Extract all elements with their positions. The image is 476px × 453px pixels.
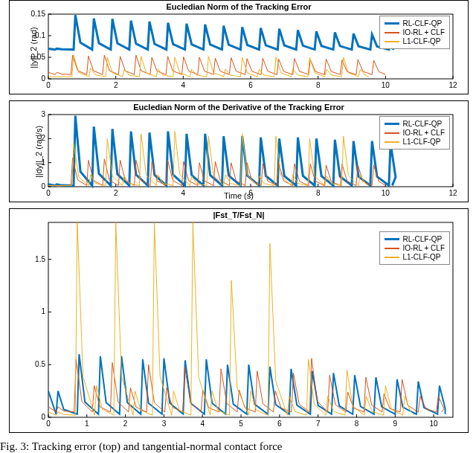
svg-text:0.15: 0.15 [31, 10, 46, 18]
swatch-icon [385, 32, 399, 33]
legend-item: RL-CLF-QP [385, 120, 445, 128]
svg-text:10: 10 [430, 420, 439, 428]
legend-item: L1-CLF-QP [385, 138, 445, 146]
legend-label: RL-CLF-QP [402, 235, 442, 243]
legend-label: RL-CLF-QP [402, 19, 442, 28]
swatch-icon [385, 123, 399, 125]
svg-text:0.05: 0.05 [31, 53, 46, 61]
y-axis-label: ||dy||_2 (rad/s) [34, 125, 43, 177]
chart-title: |Fst_T/Fst_N| [10, 211, 468, 219]
svg-text:2: 2 [114, 81, 118, 89]
svg-text:2: 2 [41, 134, 45, 142]
swatch-icon [385, 41, 399, 42]
page: Eucledian Norm of the Tracking Error ||y… [0, 0, 476, 453]
legend-item: L1-CLF-QP [385, 253, 445, 261]
legend-label: RL-CLF-QP [402, 120, 442, 128]
chart-title: Eucledian Norm of the Derivative of the … [10, 103, 468, 112]
svg-text:6: 6 [277, 420, 282, 428]
svg-text:7: 7 [316, 420, 321, 428]
svg-text:1: 1 [41, 307, 45, 315]
svg-text:4: 4 [200, 420, 205, 428]
svg-text:0: 0 [46, 420, 51, 428]
svg-text:0: 0 [41, 74, 45, 83]
chart-force-ratio: |Fst_T/Fst_N| 01234567891000.511.5 RL-CL… [9, 208, 469, 433]
legend-label: IO-RL + CLF [402, 129, 445, 137]
swatch-icon [385, 238, 399, 240]
chart-tracking-error: Eucledian Norm of the Tracking Error ||y… [9, 0, 469, 94]
svg-text:1: 1 [41, 158, 45, 167]
legend-item: L1-CLF-QP [385, 37, 445, 45]
swatch-icon [385, 248, 399, 249]
svg-text:0: 0 [46, 81, 51, 89]
figure-caption: Fig. 3: Tracking error (top) and tangent… [0, 440, 282, 453]
svg-text:10: 10 [382, 81, 390, 89]
legend-item: IO-RL + CLF [385, 129, 445, 137]
svg-text:8: 8 [355, 420, 359, 428]
legend-label: L1-CLF-QP [402, 253, 440, 261]
series-line [48, 55, 385, 74]
legend-label: IO-RL + CLF [402, 244, 445, 252]
legend-label: IO-RL + CLF [402, 28, 445, 36]
swatch-icon [385, 132, 399, 134]
svg-text:4: 4 [181, 81, 186, 89]
legend-item: RL-CLF-QP [385, 19, 445, 28]
x-axis-label: Time (s) [10, 191, 468, 200]
chart-legend: RL-CLF-QP IO-RL + CLF L1-CLF-QP [379, 116, 450, 150]
svg-text:1: 1 [85, 420, 89, 428]
series-line [48, 116, 396, 186]
legend-item: IO-RL + CLF [385, 244, 445, 252]
svg-text:9: 9 [393, 420, 398, 428]
legend-label: L1-CLF-QP [402, 138, 440, 146]
swatch-icon [385, 22, 399, 25]
svg-text:2: 2 [123, 420, 128, 428]
svg-text:6: 6 [248, 81, 253, 89]
svg-text:0: 0 [41, 182, 45, 190]
swatch-icon [385, 257, 399, 258]
svg-text:12: 12 [448, 81, 457, 89]
svg-text:5: 5 [239, 420, 243, 428]
chart-tracking-error-derivative: Eucledian Norm of the Derivative of the … [9, 100, 469, 202]
svg-text:0.5: 0.5 [35, 360, 45, 368]
chart-title: Eucledian Norm of the Tracking Error [10, 2, 468, 11]
svg-text:3: 3 [41, 110, 45, 118]
svg-text:0: 0 [41, 413, 45, 421]
chart-legend: RL-CLF-QP IO-RL + CLF L1-CLF-QP [379, 16, 450, 49]
legend-item: RL-CLF-QP [385, 235, 445, 243]
legend-label: L1-CLF-QP [402, 37, 440, 45]
svg-text:8: 8 [316, 81, 321, 89]
svg-text:3: 3 [162, 420, 167, 428]
series-line [48, 354, 446, 414]
svg-text:0.1: 0.1 [35, 31, 45, 39]
svg-text:1.5: 1.5 [35, 255, 45, 263]
chart-legend: RL-CLF-QP IO-RL + CLF L1-CLF-QP [379, 231, 450, 265]
legend-item: IO-RL + CLF [385, 28, 445, 36]
series-line [48, 15, 396, 49]
swatch-icon [385, 141, 399, 143]
